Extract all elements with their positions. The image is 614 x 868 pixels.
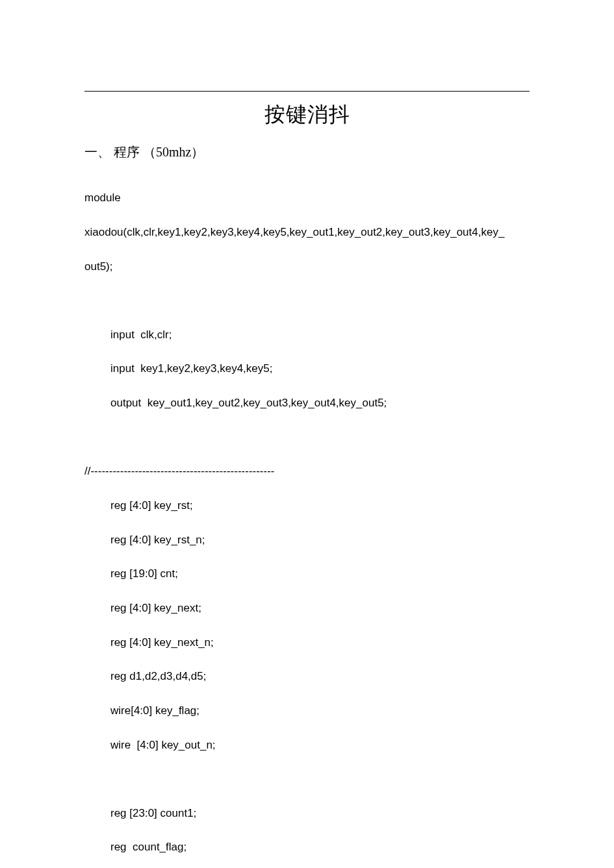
section-label: 程序 — [114, 145, 140, 159]
code-line: reg [4:0] key_rst_n; — [84, 532, 530, 549]
section-heading: 一、 程序 （50mhz） — [84, 143, 530, 161]
blank-line — [84, 292, 530, 309]
blank-line — [84, 429, 530, 446]
horizontal-rule — [84, 91, 530, 92]
code-line: reg [4:0] key_rst; — [84, 497, 530, 514]
code-line: out5); — [84, 258, 530, 275]
code-line: reg [4:0] key_next; — [84, 600, 530, 617]
code-line: module — [84, 190, 530, 206]
page-title: 按键消抖 — [84, 101, 530, 129]
code-line: input key1,key2,key3,key4,key5; — [84, 360, 530, 377]
code-line: //--------------------------------------… — [84, 463, 530, 480]
document-page: 按键消抖 一、 程序 （50mhz） module xiaodou(clk,cl… — [0, 0, 614, 868]
code-line: reg d1,d2,d3,d4,d5; — [84, 668, 530, 685]
code-line: reg count_flag; — [84, 839, 530, 856]
section-freq: 50mhz — [156, 145, 191, 159]
code-line: wire [4:0] key_out_n; — [84, 737, 530, 754]
code-line: reg [19:0] cnt; — [84, 565, 530, 582]
paren-open: （ — [143, 145, 156, 159]
code-line: reg [23:0] count1; — [84, 805, 530, 822]
code-line: wire[4:0] key_flag; — [84, 702, 530, 719]
code-line: output key_out1,key_out2,key_out3,key_ou… — [84, 395, 530, 412]
code-block: module xiaodou(clk,clr,key1,key2,key3,ke… — [84, 173, 530, 868]
section-number: 一、 — [84, 145, 110, 159]
blank-line — [84, 771, 530, 787]
code-line: xiaodou(clk,clr,key1,key2,key3,key4,key5… — [84, 224, 530, 241]
code-line: input clk,clr; — [84, 327, 530, 343]
paren-close: ） — [191, 145, 204, 159]
code-line: reg [4:0] key_next_n; — [84, 634, 530, 651]
